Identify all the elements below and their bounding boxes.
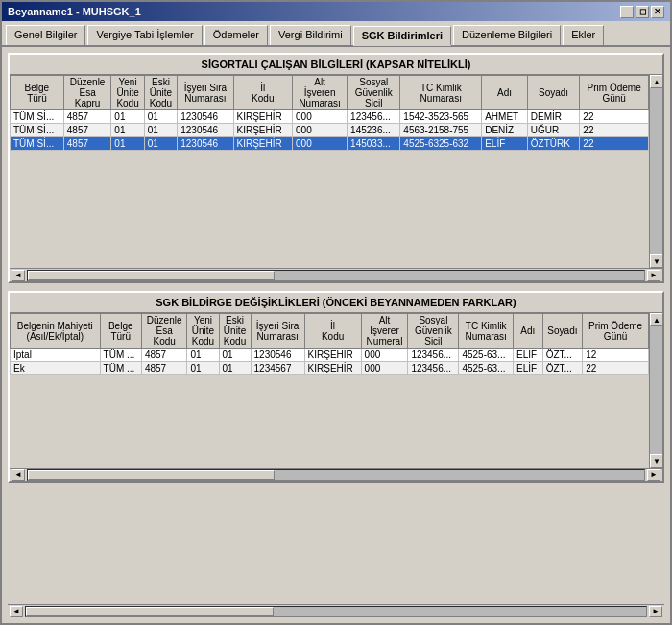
section1-cell-1-3: 01 [144,124,177,137]
section1-cell-2-7: 145033... [348,137,400,151]
bottom-scroll-left[interactable]: ◄ [10,606,23,617]
section2-cell-0-8: 123456... [408,349,459,362]
section1-row-0[interactable]: TÜM Sİ...485701011230546KIRŞEHİR00012345… [11,110,649,124]
section2-cell-1-0: Ek [11,362,101,375]
bottom-scroll-track[interactable] [25,606,647,617]
section1-cell-0-3: 01 [144,110,177,124]
col-ad: Adı [482,76,528,110]
section1-cell-2-1: 4857 [63,137,111,151]
section1-horizontal-scrollbar[interactable]: ◄ ► [10,268,662,281]
section1-scroll-right[interactable]: ► [647,270,660,281]
tab-genel-bilgiler[interactable]: Genel Bilgiler [6,25,85,45]
restore-button[interactable]: ◻ [636,6,649,18]
section1-cell-1-9: DENİZ [482,124,528,137]
minimize-button[interactable]: ─ [620,6,634,18]
section1-cell-1-0: TÜM Sİ... [11,124,64,137]
section2-cell-0-11: ÖZT... [542,349,583,362]
window-title: Beyanname1 - MUHSGK_1 [8,6,141,17]
section2-scroll-down[interactable]: ▼ [650,454,662,468]
section2-title: SGK BİLDİRGE DEĞİŞİKLİKLERİ (ÖNCEKİ BEYA… [10,293,662,313]
section2-cell-0-5: 1230546 [251,349,304,362]
tab-sgk-bildirimleri[interactable]: SGK Bildirimleri [353,26,451,46]
tab-duzenleme[interactable]: Düzenleme Bilgileri [453,25,561,45]
section2-cell-1-10: ELİF [514,362,543,375]
section1-cell-1-11: 22 [580,124,649,137]
section2-cell-1-5: 1234567 [251,362,304,375]
section1-cell-0-1: 4857 [63,110,111,124]
section2-cell-1-2: 4857 [141,362,187,375]
close-button[interactable]: ✕ [651,6,664,18]
section2-row-1[interactable]: EkTÜM ...485701011234567KIRŞEHİR00012345… [11,362,649,375]
col2-prim: Prim ÖdemeGünü [583,314,649,349]
title-bar: Beyanname1 - MUHSGK_1 ─ ◻ ✕ [2,2,670,21]
section1-cell-2-3: 01 [144,137,177,151]
col-eski-unite: EskiÜniteKodu [144,76,177,110]
section1-cell-1-4: 1230546 [178,124,233,137]
section1-cell-2-10: ÖZTÜRK [527,137,580,151]
bottom-scroll-thumb[interactable] [26,607,274,616]
tab-odemeler[interactable]: Ödemeler [204,25,268,45]
section-sgk-bildirge: SGK BİLDİRGE DEĞİŞİKLİKLERİ (ÖNCEKİ BEYA… [8,291,664,483]
section2-cell-1-12: 22 [583,362,649,375]
section2-scroll-h-thumb[interactable] [28,470,275,480]
col2-soyad: Soyadı [542,314,583,349]
section1-cell-2-6: 000 [293,137,348,151]
section1-scroll-track[interactable] [650,88,662,254]
section1-cell-1-5: KIRŞEHİR [233,124,292,137]
section1-cell-0-11: 22 [580,110,649,124]
section1-cell-1-1: 4857 [63,124,111,137]
section1-cell-0-2: 01 [111,110,144,124]
section1-row-1[interactable]: TÜM Sİ...485701011230546KIRŞEHİR00014523… [11,124,649,137]
section2-cell-1-8: 123456... [408,362,459,375]
section1-cell-0-5: KIRŞEHİR [233,110,292,124]
section2-row-0[interactable]: İptalTÜM ...485701011230546KIRŞEHİR00012… [11,349,649,362]
section1-row-2[interactable]: TÜM Sİ...485701011230546KIRŞEHİR00014503… [11,137,649,151]
col2-sosyal: SosyalGüvenlikSicil [408,314,459,349]
section2-scroll-h-track[interactable] [27,469,645,481]
section1-table-wrapper[interactable]: BelgeTürü DüzenleEsaKapru YeniÜniteKodu … [10,75,662,268]
section1-cell-1-2: 01 [111,124,144,137]
section1-cell-0-7: 123456... [348,110,400,124]
tab-vergiye-tabi[interactable]: Vergiye Tabi İşlemler [87,25,202,45]
section2-cell-0-10: ELİF [514,349,543,362]
bottom-scrollbar[interactable]: ◄ ► [8,604,664,617]
section1-cell-0-4: 1230546 [178,110,233,124]
col-duzenle: DüzenleEsaKapru [63,76,111,110]
section2-scroll-up[interactable]: ▲ [650,313,662,326]
section1-scroll-up[interactable]: ▲ [650,75,662,88]
section2-table-wrapper[interactable]: Belgenin Mahiyeti(Asıl/Ek/İptal) BelgeTü… [10,313,662,468]
section2-scroll-track[interactable] [650,326,662,454]
section1-cell-1-7: 145236... [348,124,400,137]
tab-vergi-bildirimi[interactable]: Vergi Bildirimi [270,25,351,45]
section1-cell-2-5: KIRŞEHİR [233,137,292,151]
col-prim: Prim ÖdemeGünü [580,76,649,110]
section2-horizontal-scrollbar[interactable]: ◄ ► [10,468,662,481]
col-soyad: Soyadı [527,76,580,110]
col2-alt: AltİşvererNumeral [361,314,408,349]
section1-scroll-down[interactable]: ▼ [650,254,662,268]
bottom-scroll-right[interactable]: ► [649,606,662,617]
col2-tc: TC KimlikNumarası [459,314,514,349]
section-sigortali: SİGORTALI ÇALIŞAN BİLGİLERİ (KAPSAR NİTE… [8,53,664,283]
section2-vertical-scrollbar[interactable]: ▲ ▼ [649,313,662,468]
section1-cell-0-10: DEMİR [527,110,580,124]
section1-scroll-h-thumb[interactable] [28,271,275,280]
section1-scroll-h-track[interactable] [27,270,645,281]
section2-cell-0-9: 4525-63... [459,349,514,362]
section1-cell-2-8: 4525-6325-632 [400,137,482,151]
section1-cell-0-9: AHMET [482,110,528,124]
section1-cell-0-0: TÜM Sİ... [11,110,64,124]
col2-belge: BelgeTürü [100,314,141,349]
section2-scroll-left[interactable]: ◄ [12,469,25,481]
col2-eski-unite: EskiÜniteKodu [219,314,251,349]
content-area: SİGORTALI ÇALIŞAN BİLGİLERİ (KAPSAR NİTE… [2,47,670,623]
section1-vertical-scrollbar[interactable]: ▲ ▼ [649,75,662,268]
section2-cell-1-3: 01 [187,362,219,375]
section1-cell-1-10: UĞUR [527,124,580,137]
tab-ekler[interactable]: Ekler [563,25,604,45]
section1-scroll-left[interactable]: ◄ [12,270,25,281]
title-bar-buttons: ─ ◻ ✕ [620,6,664,18]
section1-cell-1-8: 4563-2158-755 [400,124,482,137]
col2-ad: Adı [514,314,543,349]
section2-scroll-right[interactable]: ► [647,469,660,481]
